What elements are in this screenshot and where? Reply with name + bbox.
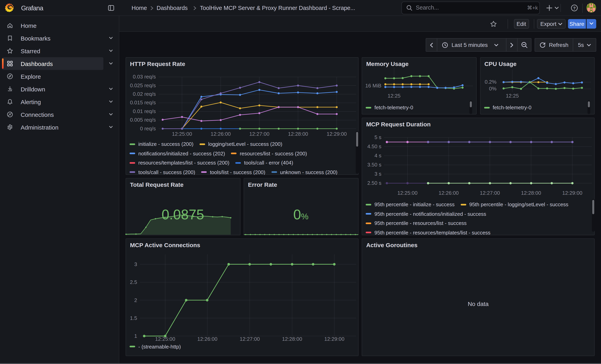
svg-text:?: ? — [573, 6, 576, 10]
